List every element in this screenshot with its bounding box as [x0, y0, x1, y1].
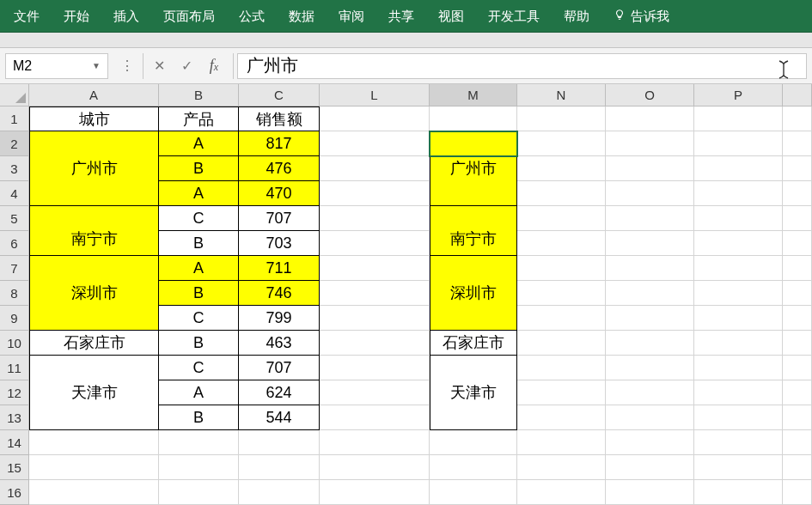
- cell[interactable]: 产品: [159, 106, 239, 131]
- tab-insert[interactable]: 插入: [101, 0, 151, 33]
- cell[interactable]: [517, 430, 606, 455]
- cell-merged[interactable]: 深圳市: [430, 281, 517, 306]
- row-header[interactable]: 3: [0, 156, 29, 181]
- cell[interactable]: A: [159, 256, 239, 281]
- cell[interactable]: [606, 231, 694, 256]
- cell[interactable]: 703: [239, 231, 320, 256]
- cell-merged[interactable]: [430, 306, 517, 331]
- cell-merged[interactable]: [430, 181, 517, 206]
- cell[interactable]: [783, 281, 812, 306]
- col-header-C[interactable]: C: [239, 84, 320, 106]
- cell[interactable]: [606, 356, 694, 380]
- cell[interactable]: [783, 331, 812, 356]
- cell[interactable]: [517, 480, 606, 505]
- cell[interactable]: [517, 131, 606, 156]
- tell-me[interactable]: 告诉我: [601, 0, 681, 33]
- cell[interactable]: [320, 480, 430, 505]
- cell[interactable]: [29, 455, 159, 480]
- cell[interactable]: [320, 106, 430, 131]
- cell[interactable]: 746: [239, 281, 320, 306]
- cell-merged[interactable]: 天津市: [29, 380, 159, 405]
- cell-merged[interactable]: [29, 131, 159, 156]
- cell[interactable]: [606, 331, 694, 356]
- cell[interactable]: [320, 455, 430, 480]
- cell[interactable]: [783, 480, 812, 505]
- col-header-L[interactable]: L: [320, 84, 430, 106]
- cell[interactable]: [430, 480, 517, 505]
- cell[interactable]: [517, 181, 606, 206]
- cell[interactable]: [694, 181, 783, 206]
- cell[interactable]: [239, 480, 320, 505]
- cell[interactable]: [320, 331, 430, 356]
- cell[interactable]: [694, 455, 783, 480]
- row-header[interactable]: 6: [0, 231, 29, 256]
- cell-merged[interactable]: 天津市: [430, 380, 517, 405]
- cell[interactable]: [606, 430, 694, 455]
- cell[interactable]: [783, 380, 812, 405]
- cell[interactable]: [517, 306, 606, 331]
- cell[interactable]: B: [159, 281, 239, 306]
- cell[interactable]: [694, 156, 783, 181]
- cell[interactable]: [606, 281, 694, 306]
- cell-merged[interactable]: [29, 256, 159, 281]
- cell[interactable]: [320, 281, 430, 306]
- cell-merged[interactable]: 深圳市: [29, 281, 159, 306]
- cell[interactable]: [694, 480, 783, 505]
- cell[interactable]: [783, 181, 812, 206]
- tab-formulas[interactable]: 公式: [227, 0, 277, 33]
- cell[interactable]: [694, 405, 783, 430]
- row-header[interactable]: 5: [0, 206, 29, 231]
- cell[interactable]: [159, 480, 239, 505]
- cell[interactable]: [517, 281, 606, 306]
- tab-help[interactable]: 帮助: [552, 0, 601, 33]
- cell[interactable]: [159, 430, 239, 455]
- cell[interactable]: 707: [239, 356, 320, 380]
- name-box[interactable]: M2 ▼: [5, 53, 108, 79]
- cell-active[interactable]: [430, 131, 517, 156]
- cell[interactable]: [517, 156, 606, 181]
- row-header[interactable]: 13: [0, 405, 29, 430]
- cell[interactable]: [783, 455, 812, 480]
- cell-merged[interactable]: [430, 405, 517, 430]
- cell[interactable]: [606, 455, 694, 480]
- cell[interactable]: B: [159, 405, 239, 430]
- cell[interactable]: [430, 430, 517, 455]
- row-header[interactable]: 15: [0, 455, 29, 480]
- cell[interactable]: [783, 206, 812, 231]
- enter-icon[interactable]: ✓: [174, 58, 198, 74]
- cell[interactable]: [606, 106, 694, 131]
- cell[interactable]: [239, 430, 320, 455]
- cell[interactable]: C: [159, 306, 239, 331]
- cell[interactable]: 463: [239, 331, 320, 356]
- cell[interactable]: [783, 106, 812, 131]
- row-header[interactable]: 14: [0, 430, 29, 455]
- cell[interactable]: 470: [239, 181, 320, 206]
- cell[interactable]: [517, 405, 606, 430]
- cell[interactable]: [783, 256, 812, 281]
- row-header[interactable]: 10: [0, 331, 29, 356]
- cell[interactable]: C: [159, 206, 239, 231]
- cell[interactable]: [29, 430, 159, 455]
- cell-merged[interactable]: [430, 356, 517, 380]
- cell[interactable]: 799: [239, 306, 320, 331]
- cell[interactable]: A: [159, 181, 239, 206]
- cell[interactable]: [783, 156, 812, 181]
- cell[interactable]: [517, 455, 606, 480]
- cell[interactable]: [694, 131, 783, 156]
- cell[interactable]: 城市: [29, 106, 159, 131]
- cell[interactable]: [694, 106, 783, 131]
- cell[interactable]: [159, 455, 239, 480]
- row-header[interactable]: 1: [0, 106, 29, 131]
- fx-icon[interactable]: fx: [202, 57, 226, 75]
- cell[interactable]: [783, 306, 812, 331]
- cell-merged[interactable]: 广州市: [29, 156, 159, 181]
- cell[interactable]: A: [159, 131, 239, 156]
- select-all-corner[interactable]: [0, 84, 29, 106]
- cell[interactable]: [517, 380, 606, 405]
- cell[interactable]: [694, 331, 783, 356]
- cell[interactable]: [517, 231, 606, 256]
- cell[interactable]: [517, 256, 606, 281]
- cancel-icon[interactable]: ✕: [147, 58, 171, 74]
- tab-dev[interactable]: 开发工具: [476, 0, 552, 33]
- cell-merged[interactable]: 南宁市: [29, 231, 159, 256]
